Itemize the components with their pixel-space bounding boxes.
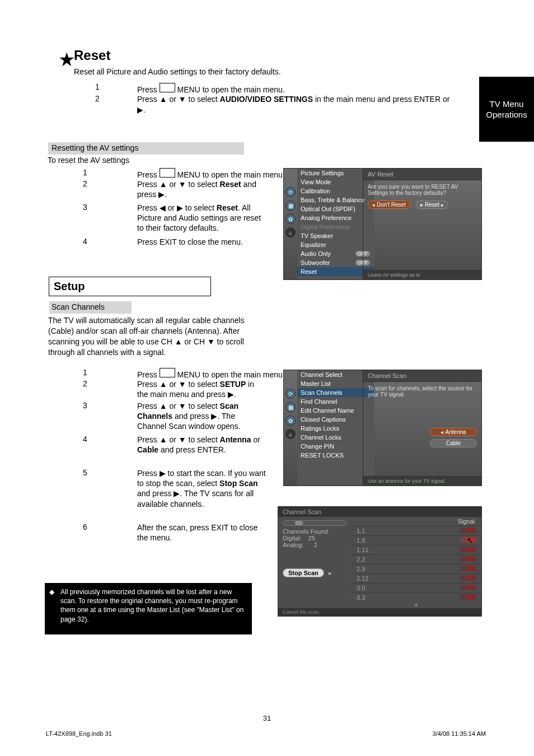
t: Press ▲ or ▼ to select: [137, 380, 220, 389]
step-num-2a: 2: [95, 94, 100, 103]
scan-intro: The TV will automatically scan all regul…: [48, 315, 250, 358]
channel-scan-progress: Channel Scan Channels Found Digital: 25 …: [278, 506, 482, 617]
step-2c: Press ▲ or ▼ to select SETUP in the main…: [137, 379, 266, 399]
channel-table: 1.1 1.8 1.11 2.2 2.9 2.12 3.0 3.3: [351, 526, 481, 602]
cable-button[interactable]: Cable: [430, 439, 477, 447]
scanbox-right: Signal 1.1 1.8 1.11 2.2 2.9 2.12 3.0 3.3…: [351, 517, 481, 608]
ch: 1.8: [351, 536, 412, 545]
side-tab-line2: Operations: [479, 109, 534, 120]
step-num-1a: 1: [95, 82, 100, 91]
step-4c: Press ▲ or ▼ to select Antenna or Cable …: [137, 435, 266, 455]
ch: 2.9: [351, 564, 412, 574]
step-num-6c: 6: [83, 522, 87, 531]
t: and press ENTER.: [158, 445, 226, 454]
osd-icon-2: ▦: [285, 402, 296, 412]
step-3c: Press ▲ or ▼ to select Scan Channels and…: [137, 401, 266, 432]
osd-icon-3: ✿: [285, 214, 296, 224]
scanbox-title: Channel Scan: [278, 507, 481, 517]
step-2a: Press ▲ or ▼ to select AUDIO/VIDEO SETTI…: [137, 94, 451, 115]
osd-nav-icons: ⟳ ▦ ✿ ⌂: [284, 389, 297, 439]
progress-knob: [294, 520, 303, 526]
t: or: [251, 435, 260, 444]
diamond-icon: ◆: [49, 587, 54, 596]
osd-icon-1: ⟳: [285, 389, 296, 399]
ch: 3.0: [351, 584, 412, 593]
step-1a: Press MENU to open the main menu.: [137, 83, 285, 94]
page-number: 31: [263, 714, 271, 722]
dont-reset-button[interactable]: Don't Reset: [368, 200, 410, 209]
osd-icon-3: ✿: [285, 416, 296, 426]
step-2b: Press ▲ or ▼ to select Reset and press ▶…: [137, 179, 266, 199]
t: 25: [308, 535, 315, 542]
osd-hint: Leave AV settings as-is: [363, 270, 481, 279]
step-num-1b: 1: [83, 168, 87, 177]
t: Reset: [220, 180, 241, 189]
menu-button-icon: [160, 83, 175, 92]
osd-right-panel: Channel Scan To scan for channels, selec…: [363, 370, 481, 486]
t: and press ▶. The TV scans for all availa…: [137, 489, 254, 508]
step-3b: Press ◀ or ▶ to select Reset. All Pictur…: [137, 203, 266, 234]
osd-icon-1: ⟳: [285, 187, 296, 197]
step-1b: Press MENU to open the main menu.: [137, 168, 285, 179]
t: Antenna: [445, 429, 466, 435]
t: Subwoofer: [301, 259, 330, 266]
step-num-4c: 4: [83, 435, 87, 444]
arrow-right-icon: ▸: [329, 570, 332, 577]
t: Cable: [137, 445, 158, 454]
analog-count: Analog: 2: [283, 542, 346, 548]
ch: 2.2: [351, 555, 412, 564]
step-6c: After the scan, press EXIT to close the …: [137, 522, 266, 543]
footer-left: LT-42X898_Eng.indb 31: [46, 730, 112, 737]
t: Antenna: [220, 435, 251, 444]
side-tab: TV Menu Operations: [479, 77, 534, 142]
t: Audio Only: [301, 250, 331, 257]
menu-button-icon: [160, 368, 175, 377]
reset-subtitle: Reset all Picture and Audio settings to …: [74, 67, 477, 77]
t: Press ▲ or ▼ to select: [137, 180, 220, 189]
signal-header: Signal: [351, 517, 481, 526]
osd-nav-icons: ⟳ ▦ ✿ ⌂: [284, 187, 297, 237]
t: Reset: [425, 202, 439, 208]
scanbox-hint: Cancel the scan: [278, 608, 481, 616]
step-num-3c: 3: [83, 401, 87, 410]
menu-button-icon: [160, 168, 175, 178]
footer-right: 3/4/08 11:35:14 AM: [433, 730, 486, 737]
osd-buttons: Don't Reset ▸ Reset: [368, 200, 477, 209]
t: AUDIO/VIDEO SETTINGS: [220, 95, 313, 104]
t: Analog:: [283, 542, 303, 548]
t: Reset: [217, 203, 238, 212]
stop-scan-button[interactable]: Stop Scan: [283, 568, 324, 577]
step-num-2c: 2: [83, 379, 87, 388]
scroll-down-icon: ▼: [351, 602, 481, 608]
ch: 2.12: [351, 574, 412, 584]
t: 2: [314, 542, 317, 548]
antenna-button[interactable]: ◂ Antenna: [430, 428, 477, 436]
step-num-3b: 3: [83, 203, 87, 212]
step-num-1c: 1: [83, 368, 87, 377]
step-4b: Press EXIT to close the menu.: [137, 237, 266, 247]
ch: 1.1: [351, 526, 412, 536]
osd-icon-4: ⌂: [285, 227, 296, 237]
osd-panel-msg: Are you sure you want to RESET AV Settin…: [368, 184, 477, 196]
reset-section-bar-text: Resetting the AV settings: [51, 143, 138, 152]
osd-panel-msg: To scan for channels, select the source …: [368, 385, 477, 398]
step-num-4b: 4: [83, 237, 87, 246]
progress-bar: [283, 520, 346, 526]
step-1c: Press MENU to open the main menu.: [137, 368, 285, 379]
channels-found-label: Channels Found: [283, 528, 346, 535]
note-box: ◆ All previously memorized channels will…: [45, 583, 252, 634]
osd-icon-4: ⌂: [285, 429, 296, 439]
reset-button[interactable]: ▸ Reset: [416, 200, 448, 209]
osd-icon-2: ▦: [285, 200, 296, 211]
t: Stop Scan: [219, 479, 257, 488]
star-icon: ★: [58, 48, 75, 71]
osd-right-panel: AV Reset Are you sure you want to RESET …: [363, 169, 481, 279]
osd-panel-body: Are you sure you want to RESET AV Settin…: [363, 180, 481, 270]
t: Press ▲ or ▼ to select: [137, 402, 220, 410]
t: Press ▲ or ▼ to select: [137, 95, 220, 104]
digital-count: Digital: 25: [283, 535, 346, 542]
side-tab-line1: TV Menu: [479, 99, 534, 110]
scanbox-left: Channels Found Digital: 25 Analog: 2 Sto…: [278, 517, 351, 608]
ch: 1.11: [351, 545, 412, 555]
scan-section-bar-text: Scan Channels: [51, 302, 105, 311]
